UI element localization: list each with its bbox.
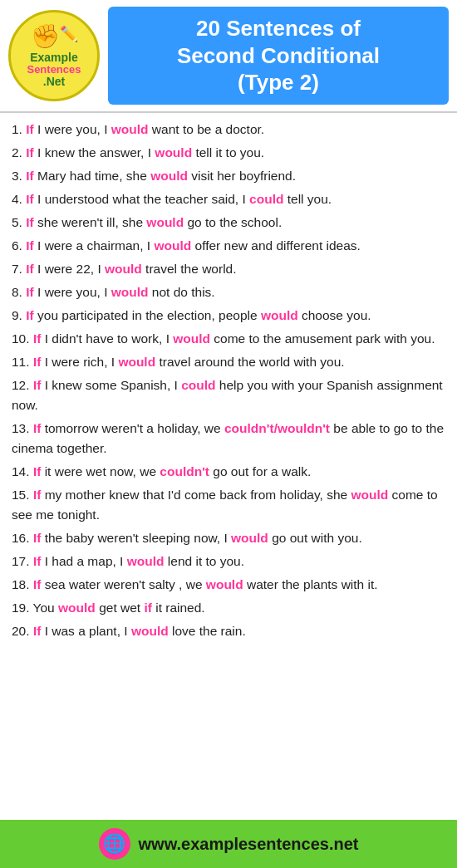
keyword-if: If bbox=[26, 285, 33, 299]
sentence-number: 1. bbox=[12, 122, 22, 136]
keyword-would: couldn't bbox=[160, 464, 209, 478]
sentence-number: 5. bbox=[12, 215, 22, 229]
list-item: 10. If I didn't have to work, I would co… bbox=[12, 329, 445, 349]
keyword-if: If bbox=[26, 238, 33, 253]
keyword-if: If bbox=[33, 531, 41, 545]
footer-url[interactable]: www.examplesentences.net bbox=[139, 835, 359, 854]
sentence-number: 15. bbox=[12, 488, 30, 502]
keyword-would: would bbox=[118, 355, 155, 369]
sentence-number: 9. bbox=[12, 308, 22, 322]
sentence-text: I understood what the teacher said, I bbox=[34, 192, 249, 206]
keyword-if: If bbox=[26, 192, 33, 206]
globe-icon: 🌐 bbox=[99, 828, 130, 860]
sentence-number: 12. bbox=[12, 378, 30, 392]
keyword-if: If bbox=[33, 355, 41, 369]
sentence-text: she weren't ill, she bbox=[34, 215, 147, 229]
logo-net: .Net bbox=[43, 76, 65, 88]
sentence-text: love the rain. bbox=[169, 624, 246, 638]
list-item: 8. If I were you, I would not do this. bbox=[12, 282, 445, 302]
list-item: 17. If I had a map, I would lend it to y… bbox=[12, 552, 445, 571]
list-item: 19. You would get wet if it rained. bbox=[12, 598, 445, 618]
sentence-number: 17. bbox=[12, 554, 30, 568]
sentence-text: I were you, I bbox=[34, 285, 111, 299]
keyword-if: If bbox=[33, 554, 41, 568]
sentence-number: 11. bbox=[12, 355, 30, 369]
sentence-text: go to the school. bbox=[184, 215, 282, 229]
keyword-would: would bbox=[127, 554, 165, 568]
logo-example: Example bbox=[30, 51, 78, 64]
list-item: 2. If I knew the answer, I would tell it… bbox=[12, 143, 445, 163]
keyword-if: If bbox=[26, 215, 33, 229]
page-title: 20 Sentences of Second Conditional (Type… bbox=[118, 15, 439, 96]
sentence-text: go out for a walk. bbox=[209, 464, 311, 478]
list-item: 5. If she weren't ill, she would go to t… bbox=[12, 213, 445, 233]
list-item: 6. If I were a chairman, I would offer n… bbox=[12, 236, 445, 256]
keyword-would: would bbox=[173, 331, 210, 346]
keyword-would: would bbox=[351, 488, 388, 502]
sentence-text: tell it to you. bbox=[192, 145, 264, 159]
keyword-would: would bbox=[111, 122, 149, 136]
keyword-would: could bbox=[181, 378, 215, 392]
sentence-text: tomorrow weren't a holiday, we bbox=[41, 421, 224, 435]
sentence-text: I was a plant, I bbox=[41, 624, 131, 638]
keyword-if: If bbox=[33, 464, 41, 478]
keyword-would: couldn't/wouldn't bbox=[224, 421, 330, 435]
list-item: 13. If tomorrow weren't a holiday, we co… bbox=[12, 419, 445, 459]
keyword-if: If bbox=[26, 262, 33, 276]
sentence-number: 8. bbox=[12, 285, 22, 299]
sentence-text: travel around the world with you. bbox=[155, 355, 344, 369]
sentence-text: visit her boyfriend. bbox=[188, 169, 296, 183]
sentence-text: get wet bbox=[96, 601, 145, 615]
sentence-number: 7. bbox=[12, 262, 22, 276]
sentence-text: Mary had time, she bbox=[34, 169, 150, 183]
sentence-text: water the plants with it. bbox=[243, 577, 378, 591]
sentence-text: I were 22, I bbox=[34, 262, 105, 276]
keyword-would: would bbox=[111, 285, 149, 299]
sentence-number: 20. bbox=[12, 624, 30, 638]
sentence-text: I didn't have to work, I bbox=[41, 331, 173, 346]
title-block: 20 Sentences of Second Conditional (Type… bbox=[108, 7, 449, 105]
keyword-if: If bbox=[33, 577, 41, 591]
list-item: 4. If I understood what the teacher said… bbox=[12, 189, 445, 209]
list-item: 20. If I was a plant, I would love the r… bbox=[12, 621, 445, 641]
sentence-text: travel the world. bbox=[142, 262, 237, 276]
keyword-would: would bbox=[58, 601, 96, 615]
sentence-number: 14. bbox=[12, 464, 30, 478]
sentence-text: You bbox=[30, 601, 59, 615]
sentence-text: I were you, I bbox=[34, 122, 111, 136]
list-item: 9. If you participated in the election, … bbox=[12, 306, 445, 326]
list-item: 15. If my mother knew that I'd come back… bbox=[12, 485, 445, 525]
keyword-would: would bbox=[154, 238, 191, 253]
list-item: 14. If it were wet now, we couldn't go o… bbox=[12, 462, 445, 482]
sentence-text: tell you. bbox=[283, 192, 332, 206]
keyword-if: If bbox=[33, 421, 41, 435]
sentence-text: I knew some Spanish, I bbox=[41, 378, 181, 392]
keyword-if: If bbox=[26, 169, 33, 183]
sentence-text: it rained. bbox=[152, 601, 205, 615]
sentences-container: 1. If I were you, I would want to be a d… bbox=[0, 113, 457, 821]
sentence-number: 3. bbox=[12, 169, 22, 183]
sentence-text: I were rich, I bbox=[41, 355, 118, 369]
sentence-number: 18. bbox=[12, 577, 30, 591]
logo: ✊✏️ Example Sentences .Net bbox=[8, 10, 100, 101]
keyword-if: If bbox=[26, 308, 33, 322]
sentence-text: not do this. bbox=[149, 285, 215, 299]
pencil-icon: ✊✏️ bbox=[31, 22, 78, 50]
logo-sentences: Sentences bbox=[27, 64, 81, 76]
sentence-text: choose you. bbox=[298, 308, 371, 322]
sentence-text: go out with you. bbox=[268, 531, 362, 545]
keyword-would: would bbox=[261, 308, 298, 322]
keyword-if: If bbox=[26, 122, 33, 136]
sentence-number: 4. bbox=[12, 192, 22, 206]
keyword-if: If bbox=[33, 331, 41, 346]
list-item: 18. If sea water weren't salty , we woul… bbox=[12, 575, 445, 595]
sentence-text: I were a chairman, I bbox=[34, 238, 155, 253]
sentence-text: offer new and different ideas. bbox=[191, 238, 361, 253]
keyword-if: If bbox=[33, 624, 41, 638]
header: ✊✏️ Example Sentences .Net 20 Sentences … bbox=[0, 0, 457, 113]
keyword-if: If bbox=[33, 378, 41, 392]
keyword-if: if bbox=[144, 601, 151, 615]
footer: 🌐 www.examplesentences.net bbox=[0, 820, 457, 868]
list-item: 16. If the baby weren't sleeping now, I … bbox=[12, 528, 445, 548]
sentence-text: I knew the answer, I bbox=[34, 145, 155, 159]
